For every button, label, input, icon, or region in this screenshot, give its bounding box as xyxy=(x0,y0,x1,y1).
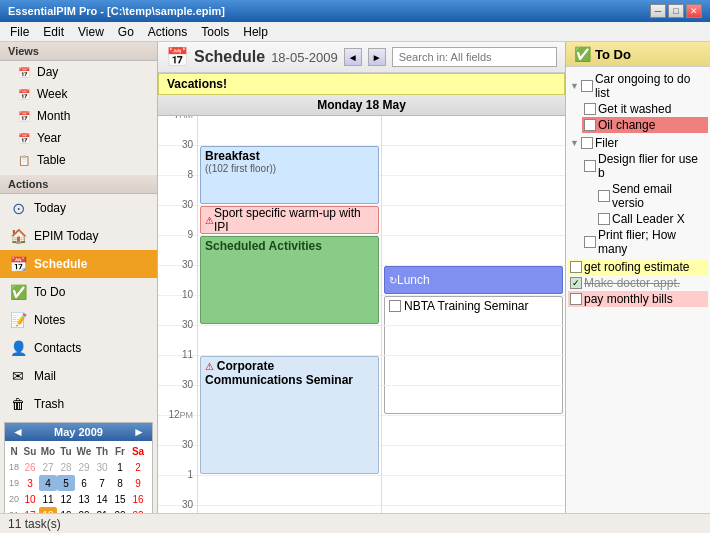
mini-cal-day[interactable]: 1 xyxy=(111,459,129,475)
todo-item-email: Send email versio xyxy=(596,181,708,211)
vacation-bar: Vacations! xyxy=(158,73,565,95)
event-corporate[interactable]: ⚠ Corporate Communications Seminar xyxy=(200,356,379,474)
todo-group-car-checkbox[interactable] xyxy=(581,80,593,92)
mini-cal-prev[interactable]: ◄ xyxy=(9,425,27,439)
todo-filer-items: Design flier for use b Send email versio… xyxy=(568,151,708,257)
epim-today-icon: 🏠 xyxy=(8,226,28,246)
week-num-header: N xyxy=(7,443,21,459)
mini-cal-day[interactable]: 20 xyxy=(75,507,93,513)
mini-cal-day[interactable]: 5 xyxy=(57,475,75,491)
mini-cal-day[interactable]: 4 xyxy=(39,475,57,491)
title-bar: EssentialPIM Pro - [C:\temp\sample.epim]… xyxy=(0,0,710,22)
mini-cal-day[interactable]: 26 xyxy=(21,459,39,475)
sidebar-action-label-notes: Notes xyxy=(34,313,65,327)
menu-go[interactable]: Go xyxy=(112,23,140,41)
sidebar-item-month[interactable]: 📅 Month xyxy=(0,105,157,127)
sidebar-action-mail[interactable]: ✉ Mail xyxy=(0,362,157,390)
mini-cal-day[interactable]: 21 xyxy=(93,507,111,513)
event-sport[interactable]: ⚠ Sport specific warm-up with IPI xyxy=(200,206,379,234)
todo-bills-checkbox[interactable] xyxy=(570,293,582,305)
task-count: 11 task(s) xyxy=(8,517,61,531)
todo-email-checkbox[interactable] xyxy=(598,190,610,202)
day-header: Monday 18 May xyxy=(158,95,565,116)
sidebar-action-today[interactable]: ⊙ Today xyxy=(0,194,157,222)
mini-cal-day[interactable]: 12 xyxy=(57,491,75,507)
event-scheduled[interactable]: Scheduled Activities xyxy=(200,236,379,324)
status-bar: 11 task(s) xyxy=(0,513,710,533)
sidebar-item-week[interactable]: 📅 Week xyxy=(0,83,157,105)
close-button[interactable]: ✕ xyxy=(686,4,702,18)
todo-oil-label: Oil change xyxy=(598,118,655,132)
search-input[interactable] xyxy=(392,47,557,67)
menu-tools[interactable]: Tools xyxy=(195,23,235,41)
mini-cal-day[interactable]: 3 xyxy=(21,475,39,491)
sidebar-action-notes[interactable]: 📝 Notes xyxy=(0,306,157,334)
mail-icon: ✉ xyxy=(8,366,28,386)
menu-edit[interactable]: Edit xyxy=(37,23,70,41)
events-col-left: Breakfast ((102 first floor)) ⚠ Sport sp… xyxy=(198,116,382,513)
todo-doctor-checkbox[interactable]: ✓ xyxy=(570,277,582,289)
todo-wash-checkbox[interactable] xyxy=(584,103,596,115)
todo-design-checkbox[interactable] xyxy=(584,160,596,172)
mini-cal-day[interactable]: 14 xyxy=(93,491,111,507)
maximize-button[interactable]: □ xyxy=(668,4,684,18)
window-title: EssentialPIM Pro - [C:\temp\sample.epim] xyxy=(8,5,225,17)
mini-cal-next[interactable]: ► xyxy=(130,425,148,439)
event-breakfast[interactable]: Breakfast ((102 first floor)) xyxy=(200,146,379,204)
mini-cal-day[interactable]: 17 xyxy=(21,507,39,513)
sidebar-item-year[interactable]: 📅 Year xyxy=(0,127,157,149)
prev-day-button[interactable]: ◄ xyxy=(344,48,362,66)
sidebar-item-day[interactable]: 📅 Day xyxy=(0,61,157,83)
mini-cal-day[interactable]: 19 xyxy=(57,507,75,513)
sidebar-action-schedule[interactable]: 📆 Schedule xyxy=(0,250,157,278)
sidebar-action-label-contacts: Contacts xyxy=(34,341,81,355)
menu-view[interactable]: View xyxy=(72,23,110,41)
todo-header: ✅ To Do xyxy=(566,42,710,67)
next-day-button[interactable]: ► xyxy=(368,48,386,66)
mini-cal-day[interactable]: 13 xyxy=(75,491,93,507)
sidebar-action-contacts[interactable]: 👤 Contacts xyxy=(0,334,157,362)
event-nbta[interactable]: NBTA Training Seminar xyxy=(384,296,563,414)
todo-call-checkbox[interactable] xyxy=(598,213,610,225)
todo-item-roofing: get roofing estimate xyxy=(568,259,708,275)
event-lunch[interactable]: ↻ Lunch xyxy=(384,266,563,294)
menu-file[interactable]: File xyxy=(4,23,35,41)
mini-cal-day[interactable]: 9 xyxy=(129,475,147,491)
mini-cal-day[interactable]: 16 xyxy=(129,491,147,507)
todo-doctor-label: Make doctor appt. xyxy=(584,276,680,290)
nbta-checkbox xyxy=(389,300,401,312)
mini-cal-day[interactable]: 28 xyxy=(57,459,75,475)
sidebar-item-table[interactable]: 📋 Table xyxy=(0,149,157,171)
sidebar-action-epim-today[interactable]: 🏠 EPIM Today xyxy=(0,222,157,250)
mini-cal-day[interactable]: 6 xyxy=(75,475,93,491)
todo-group-filer-label: Filer xyxy=(595,136,618,150)
year-icon: 📅 xyxy=(16,130,32,146)
todo-oil-checkbox[interactable] xyxy=(584,119,596,131)
todo-roofing-checkbox[interactable] xyxy=(570,261,582,273)
mini-cal-day[interactable]: 2 xyxy=(129,459,147,475)
notes-icon: 📝 xyxy=(8,310,28,330)
sidebar-action-trash[interactable]: 🗑 Trash xyxy=(0,390,157,418)
menu-actions[interactable]: Actions xyxy=(142,23,193,41)
mini-cal-day-today[interactable]: 18 xyxy=(39,507,57,513)
todo-group-filer-checkbox[interactable] xyxy=(581,137,593,149)
menu-help[interactable]: Help xyxy=(237,23,274,41)
mini-cal-day[interactable]: 30 xyxy=(93,459,111,475)
mini-cal-day[interactable]: 10 xyxy=(21,491,39,507)
minimize-button[interactable]: ─ xyxy=(650,4,666,18)
table-icon: 📋 xyxy=(16,152,32,168)
mini-cal-day[interactable]: 7 xyxy=(93,475,111,491)
sidebar-action-label-todo: To Do xyxy=(34,285,65,299)
mini-cal-day[interactable]: 8 xyxy=(111,475,129,491)
mini-cal-day[interactable]: 23 xyxy=(129,507,147,513)
sidebar-action-todo[interactable]: ✅ To Do xyxy=(0,278,157,306)
todo-print-checkbox[interactable] xyxy=(584,236,596,248)
mini-cal-day[interactable]: 15 xyxy=(111,491,129,507)
schedule-toolbar: 📅 Schedule 18-05-2009 ◄ ► xyxy=(158,42,565,73)
schedule-date: 18-05-2009 xyxy=(271,50,338,65)
mini-cal-day[interactable]: 22 xyxy=(111,507,129,513)
mini-cal-day[interactable]: 11 xyxy=(39,491,57,507)
todo-bills-label: pay monthly bills xyxy=(584,292,673,306)
mini-cal-day[interactable]: 29 xyxy=(75,459,93,475)
mini-cal-day[interactable]: 27 xyxy=(39,459,57,475)
